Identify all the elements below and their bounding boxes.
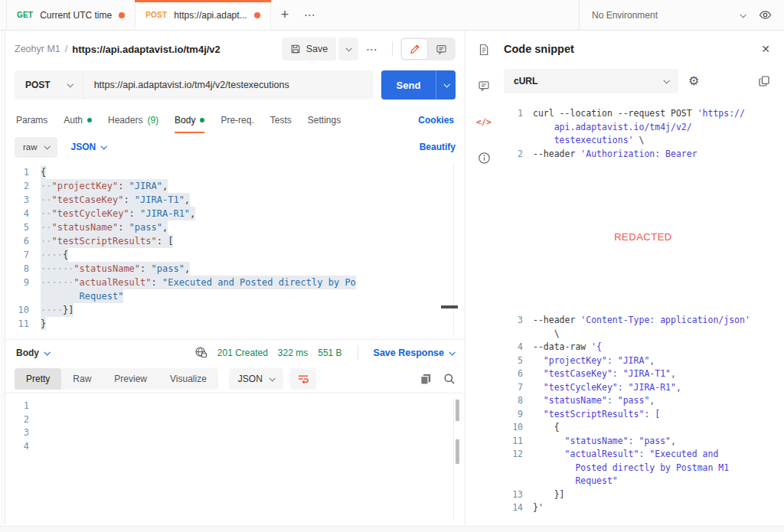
line-number: 9: [502, 408, 533, 422]
panel-title: Code snippet: [504, 43, 574, 55]
response-view-raw[interactable]: Raw: [61, 368, 103, 390]
response-stats: 201 Created 322 ms 551 B Save Response: [194, 345, 454, 361]
main-area: Zeohyr M1 / https://api.adaptavist.io/tm…: [0, 31, 784, 526]
save-response-button[interactable]: Save Response: [374, 348, 454, 358]
line-number: 4: [5, 440, 41, 454]
body-mode-label: raw: [23, 142, 38, 152]
context-pane: </> Code snippet ✕ cURL ⚙: [465, 31, 784, 526]
request-tab-auth[interactable]: Auth: [64, 107, 92, 133]
request-body-editor[interactable]: 1{2··"projectKey": "JIRA",3··"testCaseKe…: [5, 161, 465, 339]
info-icon[interactable]: [476, 150, 492, 165]
response-view-switcher: PrettyRawPreviewVisualize: [15, 368, 218, 390]
response-size[interactable]: 551 B: [318, 348, 341, 358]
snippet-language-selector[interactable]: cURL: [504, 69, 678, 93]
environment-quick-look-icon[interactable]: [759, 8, 772, 21]
send-options-button[interactable]: [436, 70, 456, 100]
editor-scrollbar-thumb[interactable]: [441, 305, 458, 308]
response-view-preview[interactable]: Preview: [103, 368, 158, 390]
request-tab-get[interactable]: GET Current UTC time: [6, 0, 136, 30]
tab-label: Settings: [308, 115, 341, 126]
url-input[interactable]: https://api.adaptavist.io/tm4j/v2/testex…: [83, 80, 374, 90]
unsaved-changes-dot-icon: [254, 12, 260, 18]
request-tab-tests[interactable]: Tests: [270, 107, 292, 133]
code-line: 11 "statusName": "pass",: [502, 435, 784, 449]
search-response-icon[interactable]: [443, 373, 456, 385]
line-number: 11: [5, 317, 41, 331]
network-globe-lock-icon[interactable]: [194, 346, 207, 359]
code-snippet-icon[interactable]: </>: [476, 114, 492, 129]
line-number: 5: [502, 354, 533, 368]
send-button[interactable]: Send: [381, 70, 436, 100]
request-tab-post[interactable]: POST https://api.adapt...: [136, 0, 270, 30]
line-number: 11: [502, 435, 533, 449]
tab-label: Auth: [64, 115, 83, 126]
context-icon-rail: </>: [466, 31, 502, 526]
response-body-viewer[interactable]: 1234: [5, 393, 465, 526]
line-number: 9: [5, 276, 41, 289]
code-snippet-header: Code snippet ✕: [502, 31, 784, 66]
environment-selector[interactable]: No Environment: [592, 10, 740, 21]
body-mode-selector[interactable]: raw: [15, 137, 57, 158]
chevron-down-icon: [663, 77, 669, 83]
line-number: 6: [502, 367, 533, 381]
request-title[interactable]: https://api.adaptavist.io/tm4j/v2: [72, 44, 220, 55]
snippet-language-label: cURL: [514, 76, 537, 86]
comments-button[interactable]: [429, 39, 454, 59]
response-view-pretty[interactable]: Pretty: [15, 368, 61, 390]
close-panel-icon[interactable]: ✕: [761, 43, 770, 55]
comments-icon[interactable]: [476, 78, 492, 93]
snippet-settings-gear-icon[interactable]: ⚙: [688, 75, 699, 87]
enabled-dot-icon: [87, 118, 92, 122]
body-language-selector[interactable]: JSON: [71, 142, 106, 152]
copy-response-icon[interactable]: [420, 373, 432, 385]
new-tab-button[interactable]: +: [271, 0, 299, 30]
response-view-visualize[interactable]: Visualize: [158, 368, 218, 390]
code-line: 7 "testCycleKey": "JIRA-R1",: [502, 381, 784, 395]
documentation-icon[interactable]: [476, 42, 492, 57]
response-body-selector[interactable]: Body: [16, 348, 49, 358]
request-more-options-icon[interactable]: •••: [361, 47, 384, 52]
chevron-down-icon: [101, 143, 107, 149]
line-number: 12: [502, 448, 533, 462]
line-number: 10: [5, 303, 41, 317]
code-line: 9······"actualResult": "Executed and Pos…: [5, 276, 465, 289]
beautify-link[interactable]: Beautify: [420, 142, 456, 152]
code-snippet-panel: Code snippet ✕ cURL ⚙ 1curl --location -…: [502, 31, 784, 526]
save-options-button[interactable]: [338, 38, 358, 60]
request-tab-pre-req-[interactable]: Pre-req.: [220, 107, 253, 133]
code-line: 1curl --location --request POST 'https:/…: [502, 107, 784, 121]
edit-mode-button[interactable]: [402, 39, 427, 59]
response-language-selector[interactable]: JSON: [229, 368, 283, 390]
code-line: 5 "projectKey": "JIRA",: [502, 354, 784, 368]
divider: [392, 41, 393, 57]
tab-label: Headers: [108, 115, 142, 126]
response-scrollbar-thumb[interactable]: [456, 439, 459, 464]
tab-method-label: POST: [145, 11, 167, 19]
save-button[interactable]: Save: [282, 38, 337, 60]
code-line: 4: [5, 440, 465, 454]
tab-options-icon[interactable]: •••: [299, 0, 322, 30]
code-line: 13 }]: [502, 488, 784, 502]
wrap-lines-button[interactable]: [290, 368, 316, 390]
request-tab-settings[interactable]: Settings: [308, 107, 341, 133]
breadcrumb-workspace[interactable]: Zeohyr M1: [15, 44, 60, 54]
code-line: 2: [5, 413, 465, 427]
line-number: 1: [5, 400, 41, 413]
tab-label: Body: [175, 115, 195, 126]
line-number: 3: [5, 426, 41, 440]
line-number: 4: [502, 341, 533, 354]
request-tab-body[interactable]: Body: [175, 107, 204, 133]
code-line: 14}': [502, 501, 784, 515]
request-tab-params[interactable]: Params: [16, 107, 47, 133]
cookies-link[interactable]: Cookies: [418, 115, 454, 126]
comment-icon: [436, 44, 447, 55]
response-time[interactable]: 322 ms: [278, 348, 308, 358]
chevron-down-icon[interactable]: [740, 11, 746, 18]
method-selector[interactable]: POST: [15, 70, 83, 100]
status-badge[interactable]: 201 Created: [217, 348, 268, 358]
copy-snippet-icon[interactable]: [758, 75, 770, 87]
line-number: 8: [5, 262, 41, 276]
response-scrollbar-thumb[interactable]: [456, 400, 459, 421]
code-snippet-body[interactable]: 1curl --location --request POST 'https:/…: [502, 104, 784, 526]
request-tab-headers[interactable]: Headers(9): [108, 107, 158, 133]
